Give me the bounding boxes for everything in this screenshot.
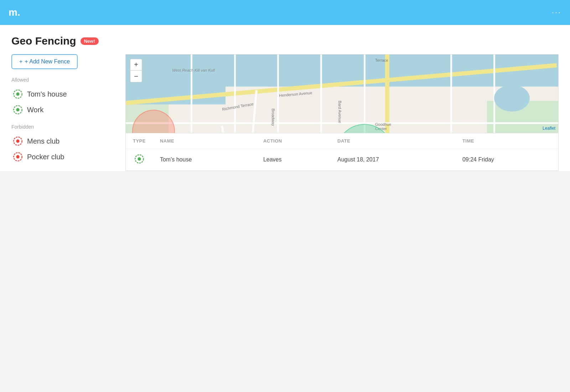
map-label-broadway: Broadway	[271, 109, 275, 126]
svg-point-5	[16, 139, 19, 143]
road-diagonal-2	[240, 90, 258, 133]
svg-point-3	[16, 108, 19, 111]
road-v1	[191, 55, 192, 133]
list-item[interactable]: Tom's house	[11, 86, 118, 102]
forbidden-pin-icon-2	[13, 152, 23, 162]
map-attribution[interactable]: Leaflet	[543, 126, 555, 131]
new-badge: New!	[81, 37, 99, 45]
sidebar: + + Add New Fence Allowed Tom's house	[11, 54, 125, 171]
svg-point-7	[16, 155, 19, 158]
allowed-pin-icon-2	[13, 105, 23, 115]
allowed-fence-list: Tom's house Work	[11, 86, 118, 118]
row-action: Leaves	[256, 149, 330, 171]
allowed-section-label: Allowed	[11, 77, 118, 83]
fence-name: Tom's house	[27, 90, 67, 98]
zoom-out-button[interactable]: −	[130, 71, 142, 82]
events-table: TYPE NAME ACTION DATE TIME	[126, 133, 558, 171]
svg-point-9	[138, 157, 141, 160]
map-label-richmond: Richmond Terrace	[222, 102, 254, 111]
col-action: ACTION	[256, 133, 330, 149]
page-title: Geo Fencing	[11, 35, 76, 47]
fence-name: Pocker club	[27, 153, 64, 161]
map-label-henderson-top: Henderson Avenue	[279, 91, 312, 98]
navbar: m. ···	[0, 0, 570, 25]
row-time: 09:24 Friday	[455, 149, 558, 171]
road-v4	[320, 55, 322, 133]
page-container: Geo Fencing New! + + Add New Fence Allow…	[0, 25, 570, 171]
map-label-terrace: Terrace	[375, 58, 388, 62]
col-date: DATE	[330, 133, 455, 149]
zoom-controls: + −	[130, 59, 142, 82]
list-item[interactable]: Pocker club	[11, 149, 118, 165]
plus-icon: +	[19, 58, 22, 65]
main-content: + + Add New Fence Allowed Tom's house	[11, 54, 559, 171]
list-item[interactable]: Work	[11, 102, 118, 118]
col-time: TIME	[455, 133, 558, 149]
map-background: West Reach Kill van Kull Richmond Terrac…	[126, 55, 558, 133]
forbidden-section-label: Forbidden	[11, 124, 118, 130]
navbar-menu-dots[interactable]: ···	[552, 8, 561, 17]
map-label-goodhue: GoodhueCenter	[375, 122, 391, 131]
row-type-cell	[126, 149, 153, 171]
road-v6	[450, 55, 452, 133]
table-section: TYPE NAME ACTION DATE TIME	[125, 133, 559, 171]
table-row: Tom's house Leaves August 18, 2017 09:24…	[126, 149, 558, 171]
park-bottom-left	[126, 104, 169, 133]
row-date: August 18, 2017	[330, 149, 455, 171]
map-label-kill-van-kull: West Reach Kill van Kull	[172, 68, 215, 72]
fence-name: Work	[27, 106, 43, 114]
col-type: TYPE	[126, 133, 153, 149]
add-fence-label: + Add New Fence	[25, 58, 70, 65]
forbidden-fence-list: Mens club Pocker club	[11, 133, 118, 165]
map-label-bard: Bard Avenue	[338, 101, 342, 123]
app-logo: m.	[9, 7, 20, 18]
row-type-icon	[134, 154, 144, 164]
col-name: NAME	[153, 133, 256, 149]
row-name: Tom's house	[153, 149, 256, 171]
fence-name: Mens club	[27, 137, 59, 145]
road-v2	[234, 55, 236, 133]
forbidden-pin-icon	[13, 136, 23, 146]
add-fence-button[interactable]: + + Add New Fence	[11, 54, 78, 69]
lake-blue	[494, 85, 530, 112]
road-yellow-v1	[385, 55, 389, 133]
zoom-in-button[interactable]: +	[130, 59, 142, 71]
svg-point-1	[16, 92, 19, 96]
map-and-table: West Reach Kill van Kull Richmond Terrac…	[125, 54, 559, 171]
allowed-pin-icon	[13, 89, 23, 99]
page-title-row: Geo Fencing New!	[11, 35, 559, 47]
map-container[interactable]: West Reach Kill van Kull Richmond Terrac…	[125, 54, 559, 133]
list-item[interactable]: Mens club	[11, 133, 118, 149]
road-v5	[364, 55, 366, 133]
